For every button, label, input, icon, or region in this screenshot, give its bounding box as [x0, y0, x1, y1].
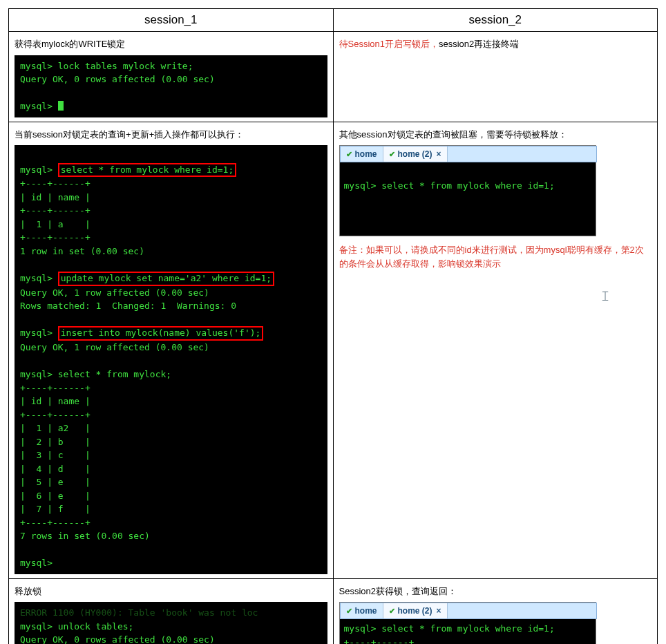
r3-left-desc: 释放锁	[15, 585, 327, 598]
red-text: 待Session1开启写锁后，	[339, 39, 439, 49]
prompt: mysql>	[20, 558, 53, 568]
session2-window: ✔ home ✔ home (2) × mysql> select * from…	[339, 145, 596, 236]
term-line: 1 row in set (0.00 sec)	[20, 246, 144, 256]
close-icon[interactable]: ×	[437, 149, 441, 159]
r1-left-cell: 获得表mylock的WRITE锁定 mysql> lock tables myl…	[9, 32, 334, 122]
term-line: +----+------+	[20, 410, 91, 420]
term-line: mysql> lock tables mylock write;	[20, 61, 193, 71]
table-row: | 5 | e |	[20, 477, 91, 487]
term-line: +----+------+	[20, 232, 91, 243]
term-line-faded: ERROR 1100 (HY000): Table 'book' was not…	[20, 607, 258, 618]
term-line: mysql> select * from mylock;	[20, 369, 171, 379]
session2-window: ✔ home ✔ home (2) × mysql> select * from…	[339, 602, 596, 644]
r3-right-cell: Session2获得锁，查询返回： ✔ home ✔ home (2) ×	[333, 578, 658, 644]
tab-label: home	[355, 606, 377, 616]
r2-right-desc: 其他session对锁定表的查询被阻塞，需要等待锁被释放：	[339, 128, 652, 142]
term-line: | 1 | a |	[20, 219, 91, 229]
term-line: +----+------+	[20, 205, 91, 216]
table-row: | 4 | d |	[20, 464, 91, 474]
highlighted-sql-insert: insert into mylock(name) values('f');	[58, 326, 264, 341]
text-cursor-icon: 𝙸	[600, 288, 610, 303]
term-line: Query OK, 1 row affected (0.00 sec)	[20, 342, 209, 352]
header-session2: session_2	[333, 9, 658, 32]
highlighted-sql-select: select * from mylock where id=1;	[58, 163, 236, 178]
r2-right-note: 备注：如果可以，请换成不同的id来进行测试，因为mysql聪明有缓存，第2次的条…	[339, 243, 652, 272]
tab-label: home	[355, 149, 377, 159]
term-line: Rows matched: 1 Changed: 1 Warnings: 0	[20, 301, 236, 311]
tab-home-2[interactable]: ✔ home (2) ×	[383, 603, 448, 618]
r1-right-desc: 待Session1开启写锁后，session2再连接终端	[339, 37, 652, 51]
table-row: | 6 | e |	[20, 491, 91, 501]
tab-bar: ✔ home ✔ home (2) ×	[340, 146, 597, 162]
r3-right-terminal: mysql> select * from mylock where id=1; …	[340, 619, 596, 644]
term-line: mysql> unlock tables;	[20, 621, 133, 632]
check-icon: ✔	[346, 607, 352, 616]
r2-left-terminal: mysql> select * from mylock where id=1; …	[15, 145, 327, 574]
prompt: mysql>	[20, 328, 58, 338]
close-icon[interactable]: ×	[437, 606, 441, 616]
r1-left-desc: 获得表mylock的WRITE锁定	[15, 37, 327, 51]
tab-home[interactable]: ✔ home	[341, 603, 383, 618]
header-session1: session_1	[9, 9, 334, 32]
r2-left-cell: 当前session对锁定表的查询+更新+插入操作都可以执行： mysql> se…	[9, 122, 334, 578]
r3-right-desc: Session2获得锁，查询返回：	[339, 585, 652, 598]
session-comparison-table: session_1 session_2 获得表mylock的WRITE锁定 my…	[8, 8, 658, 644]
r1-left-terminal: mysql> lock tables mylock write; Query O…	[15, 55, 327, 117]
term-line: | id | name |	[20, 192, 91, 202]
prompt: mysql>	[20, 101, 58, 111]
r3-left-terminal: ERROR 1100 (HY000): Table 'book' was not…	[15, 602, 327, 644]
check-icon: ✔	[389, 607, 395, 616]
table-row: | 7 | f |	[20, 504, 91, 514]
prompt: mysql>	[20, 164, 58, 175]
term-line: +----+------+	[20, 178, 91, 189]
term-line: | id | name |	[20, 396, 91, 406]
r1-right-cell: 待Session1开启写锁后，session2再连接终端	[333, 32, 658, 122]
prompt: mysql>	[20, 273, 58, 283]
term-line: +----+------+	[344, 637, 415, 644]
check-icon: ✔	[346, 150, 352, 159]
r3-left-cell: 释放锁 ERROR 1100 (HY000): Table 'book' was…	[9, 578, 334, 644]
table-row: | 1 | a2 |	[20, 423, 91, 433]
tab-label: home (2)	[398, 606, 432, 616]
tab-label: home (2)	[398, 149, 432, 159]
term-line: mysql> select * from mylock where id=1;	[344, 623, 555, 634]
r2-right-terminal: mysql> select * from mylock where id=1;	[340, 162, 596, 236]
r2-right-cell: 其他session对锁定表的查询被阻塞，需要等待锁被释放： ✔ home ✔ h…	[333, 122, 658, 578]
term-line: Query OK, 0 rows affected (0.00 sec)	[20, 634, 215, 644]
highlighted-sql-update: update mylock set name='a2' where id=1;	[58, 272, 274, 286]
term-line: 7 rows in set (0.00 sec)	[20, 531, 150, 541]
term-line: mysql> select * from mylock where id=1;	[344, 180, 555, 191]
cursor-icon	[58, 101, 64, 111]
tab-home[interactable]: ✔ home	[341, 146, 383, 162]
table-row: | 3 | c |	[20, 450, 91, 460]
tab-bar: ✔ home ✔ home (2) ×	[340, 603, 597, 619]
r2-left-desc: 当前session对锁定表的查询+更新+插入操作都可以执行：	[15, 128, 327, 142]
tab-home-2[interactable]: ✔ home (2) ×	[383, 146, 448, 162]
term-line: +----+------+	[20, 383, 91, 393]
term-line: +----+------+	[20, 518, 91, 528]
table-row: | 2 | b |	[20, 437, 91, 447]
term-line: Query OK, 1 row affected (0.00 sec)	[20, 287, 209, 298]
check-icon: ✔	[389, 150, 395, 159]
text: session2再连接终端	[439, 39, 519, 49]
term-line: Query OK, 0 rows affected (0.00 sec)	[20, 74, 215, 84]
